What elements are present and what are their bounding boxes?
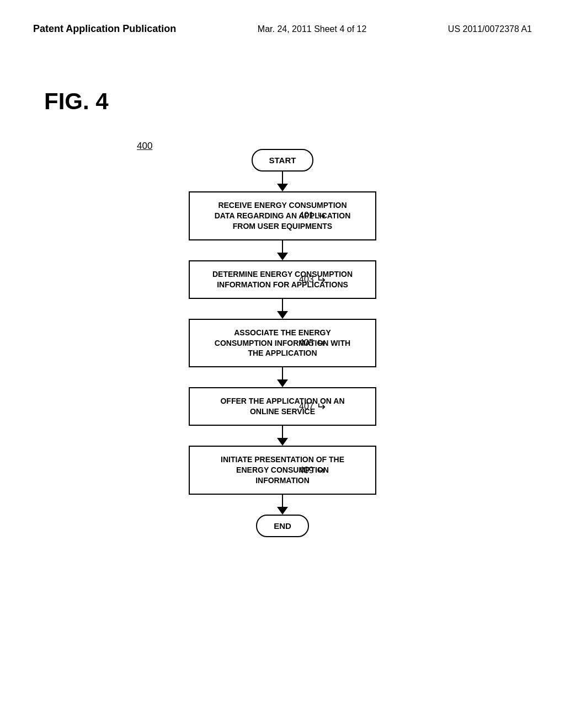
- patent-number: US 2011/0072378 A1: [448, 22, 532, 34]
- publication-title: Patent Application Publication: [33, 22, 176, 36]
- step-407-row: 407 ↵ OFFER THE APPLICATION ON AN ONLINE…: [189, 387, 376, 426]
- step-405-label: ASSOCIATE THE ENERGY CONSUMPTION INFORMA…: [215, 328, 350, 359]
- step-405-num: 405: [299, 338, 314, 348]
- step-409-row: 409 ↵ INITIATE PRESENTATION OF THE ENERG…: [189, 446, 376, 495]
- step-405-box: ASSOCIATE THE ENERGY CONSUMPTION INFORMA…: [189, 319, 376, 368]
- step-407-label: OFFER THE APPLICATION ON AN ONLINE SERVI…: [220, 396, 344, 417]
- step-409-box: INITIATE PRESENTATION OF THE ENERGY CONS…: [189, 446, 376, 495]
- step-409-num: 409: [299, 465, 314, 475]
- step-409-label: INITIATE PRESENTATION OF THE ENERGY CONS…: [221, 454, 344, 486]
- step-401-label: RECEIVE ENERGY CONSUMPTION DATA REGARDIN…: [215, 200, 351, 232]
- step-403-row: 403 ↵ DETERMINE ENERGY CONSUMPTION INFOR…: [189, 260, 376, 299]
- step-401-num: 401: [299, 211, 314, 221]
- step-403-num: 403: [299, 275, 314, 285]
- flowchart-steps: START 401 ↵ RECEIVE ENERGY CONSUMPTION D…: [189, 132, 376, 537]
- step-401-box: RECEIVE ENERGY CONSUMPTION DATA REGARDIN…: [189, 191, 376, 240]
- step-403-label: DETERMINE ENERGY CONSUMPTION INFORMATION…: [212, 269, 353, 290]
- sheet-info: Mar. 24, 2011 Sheet 4 of 12: [258, 22, 366, 34]
- step-405-row: 405 ↵ ASSOCIATE THE ENERGY CONSUMPTION I…: [189, 319, 376, 368]
- end-node: END: [256, 515, 309, 537]
- step-403-box: DETERMINE ENERGY CONSUMPTION INFORMATION…: [189, 260, 376, 299]
- figure-label: FIG. 4: [44, 88, 109, 115]
- step-407-box: OFFER THE APPLICATION ON AN ONLINE SERVI…: [189, 387, 376, 426]
- page-header: Patent Application Publication Mar. 24, …: [0, 0, 565, 36]
- flowchart-diagram: START 401 ↵ RECEIVE ENERGY CONSUMPTION D…: [0, 132, 565, 537]
- start-node: START: [252, 149, 314, 172]
- step-401-row: 401 ↵ RECEIVE ENERGY CONSUMPTION DATA RE…: [189, 191, 376, 240]
- step-407-num: 407: [299, 402, 314, 411]
